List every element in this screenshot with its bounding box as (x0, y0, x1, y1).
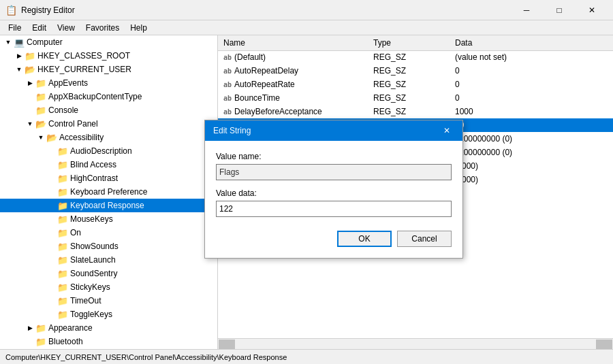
tree-label-highcontrast: HighContrast (70, 173, 118, 183)
tree-label-kbresponse: Keyboard Response (70, 201, 144, 210)
tree-node-controlpanel[interactable]: ▼ 📂 Control Panel (0, 117, 217, 131)
title-bar-title: Registry Editor (21, 5, 75, 15)
table-row[interactable]: abAutoRepeatDelay REG_SZ 0 (218, 64, 613, 78)
title-bar-controls: ─ □ ✕ (511, 0, 608, 20)
menu-view[interactable]: View (52, 20, 80, 35)
menu-favorites[interactable]: Favorites (80, 20, 125, 35)
dialog-close-button[interactable]: ✕ (439, 123, 454, 138)
horizontal-scrollbar[interactable] (218, 338, 613, 349)
expand-computer[interactable]: ▼ (3, 37, 14, 48)
tree-node-blindaccess[interactable]: ▶ 📁 Blind Access (0, 158, 217, 171)
hkcr-icon: 📁 (25, 51, 35, 61)
table-row[interactable]: abAutoRepeatRate REG_SZ 0 (218, 78, 613, 91)
showsounds-icon: 📁 (57, 242, 68, 252)
tree-node-computer[interactable]: ▼ 💻 Computer (0, 35, 217, 49)
cell-data: 0 (450, 64, 613, 78)
tree-node-highcontrast[interactable]: ▶ 📁 HighContrast (0, 171, 217, 185)
dialog-buttons: OK Cancel (216, 231, 452, 247)
h-scroll-left[interactable] (219, 340, 235, 349)
tree-label-stickykeys: StickyKeys (70, 282, 110, 292)
tree-node-appxbackup[interactable]: ▶ 📁 AppXBackupContentType (0, 90, 217, 103)
tree-node-hkcr[interactable]: ▶ 📁 HKEY_CLASSES_ROOT (0, 49, 217, 63)
menu-file[interactable]: File (3, 20, 27, 35)
h-scroll-right[interactable] (596, 340, 612, 349)
appevents-icon: 📁 (35, 78, 46, 88)
tree-label-blindaccess: Blind Access (70, 160, 116, 169)
tree-label-soundsentry: SoundSentry (70, 269, 117, 278)
console-icon: 📁 (35, 105, 46, 116)
menu-bar: File Edit View Favorites Help (0, 20, 613, 35)
cell-type: REG_SZ (368, 64, 450, 78)
expand-controlpanel[interactable]: ▼ (25, 118, 35, 129)
cell-data: 0x00000000 (0) (450, 146, 613, 159)
timeout-icon: 📁 (57, 296, 68, 306)
soundsentry-icon: 📁 (57, 269, 68, 279)
tree-label-console: Console (48, 105, 78, 115)
blindaccess-icon: 📁 (57, 160, 68, 170)
tree-node-audiodesc[interactable]: ▶ 📁 AudioDescription (0, 144, 217, 158)
tree-node-kbpref[interactable]: ▶ 📁 Keyboard Preference (0, 185, 217, 199)
cell-data: ...000) (450, 159, 613, 173)
accessibility-icon: 📂 (46, 133, 57, 143)
tree-pane[interactable]: ▼ 💻 Computer ▶ 📁 HKEY_CLASSES_ROOT ▼ 📂 H… (0, 35, 218, 349)
close-button[interactable]: ✕ (576, 0, 608, 20)
edit-string-dialog: Edit String ✕ Value name: Value data: OK… (204, 120, 463, 259)
cell-name: ab(Default) (218, 50, 368, 64)
tree-node-showsounds[interactable]: ▶ 📁 ShowSounds (0, 239, 217, 253)
expand-appearance[interactable]: ▶ (25, 322, 35, 333)
tree-root: ▼ 💻 Computer ▶ 📁 HKEY_CLASSES_ROOT ▼ 📂 H… (0, 35, 217, 349)
tree-label-computer: Computer (27, 37, 63, 47)
cell-data: 0 (450, 91, 613, 105)
tree-node-bluetooth[interactable]: ▶ 📁 Bluetooth (0, 335, 217, 348)
cell-type: REG_SZ (368, 91, 450, 105)
tree-node-kbresponse[interactable]: ▶ 📁 Keyboard Response (0, 199, 217, 212)
tree-node-appearance[interactable]: ▶ 📁 Appearance (0, 321, 217, 335)
table-row[interactable]: abBounceTime REG_SZ 0 (218, 91, 613, 105)
expand-hkcu[interactable]: ▼ (14, 64, 25, 75)
tree-node-soundsentry[interactable]: ▶ 📁 SoundSentry (0, 267, 217, 280)
expand-accessibility[interactable]: ▼ (35, 132, 46, 143)
tree-node-on[interactable]: ▶ 📁 On (0, 226, 217, 239)
tree-node-appevents[interactable]: ▶ 📁 AppEvents (0, 76, 217, 90)
value-data-input[interactable] (216, 201, 452, 217)
tree-node-stickykeys[interactable]: ▶ 📁 StickyKeys (0, 280, 217, 294)
dialog-body: Value name: Value data: OK Cancel (205, 141, 462, 258)
tree-label-accessibility: Accessibility (59, 133, 104, 142)
cell-data: 0 (450, 78, 613, 91)
dialog-ok-button[interactable]: OK (337, 231, 392, 247)
minimize-button[interactable]: ─ (511, 0, 542, 20)
tree-label-mousekeys: MouseKeys (70, 214, 113, 224)
status-bar: Computer\HKEY_CURRENT_USER\Control Panel… (0, 349, 613, 364)
audiodesc-icon: 📁 (57, 146, 68, 156)
appearance-icon: 📁 (35, 323, 46, 333)
tree-node-slatelaunch[interactable]: ▶ 📁 SlateLaunch (0, 253, 217, 267)
title-bar: 📋 Registry Editor ─ □ ✕ (0, 0, 613, 20)
dialog-title-bar: Edit String ✕ (205, 120, 462, 141)
tree-node-togglekeys[interactable]: ▶ 📁 ToggleKeys (0, 308, 217, 321)
value-data-label: Value data: (216, 188, 452, 198)
menu-help[interactable]: Help (125, 20, 153, 35)
value-name-label: Value name: (216, 152, 452, 161)
table-row[interactable]: abDelayBeforeAcceptance REG_SZ 1000 (218, 105, 613, 118)
tree-node-accessibility[interactable]: ▼ 📂 Accessibility (0, 131, 217, 144)
expand-hkcr[interactable]: ▶ (14, 50, 25, 61)
togglekeys-icon: 📁 (57, 310, 68, 320)
maximize-button[interactable]: □ (544, 0, 575, 20)
expand-appevents[interactable]: ▶ (25, 78, 35, 88)
tree-label-controlpanel: Control Panel (48, 119, 98, 129)
dialog-cancel-button[interactable]: Cancel (397, 231, 452, 247)
value-name-input[interactable] (216, 164, 452, 180)
cell-name: abAutoRepeatRate (218, 78, 368, 91)
table-row[interactable]: ab(Default) REG_SZ (value not set) (218, 50, 613, 64)
menu-edit[interactable]: Edit (27, 20, 52, 35)
cell-data: ...000) (450, 173, 613, 186)
tree-node-timeout[interactable]: ▶ 📁 TimeOut (0, 294, 217, 308)
col-header-type: Type (368, 35, 450, 50)
tree-node-mousekeys[interactable]: ▶ 📁 MouseKeys (0, 212, 217, 226)
tree-node-hkcu[interactable]: ▼ 📂 HKEY_CURRENT_USER (0, 63, 217, 76)
title-bar-left: 📋 Registry Editor (5, 5, 75, 16)
tree-node-colors[interactable]: ▶ 📁 Colors (0, 348, 217, 349)
dialog-title-text: Edit String (213, 126, 251, 135)
cell-name: abDelayBeforeAcceptance (218, 105, 368, 118)
tree-node-console[interactable]: ▶ 📁 Console (0, 103, 217, 117)
